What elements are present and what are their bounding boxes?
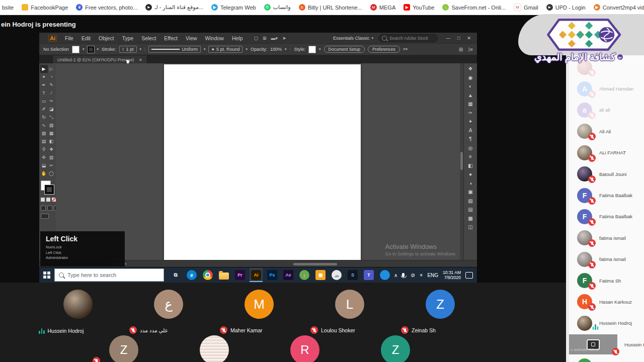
menu-object[interactable]: Object [95, 35, 118, 41]
menu-view[interactable]: View [182, 35, 201, 41]
character-icon[interactable]: A [469, 128, 472, 133]
artboard[interactable] [164, 64, 361, 260]
symbol-sprayer-tool[interactable]: ✣ [40, 153, 48, 161]
line-tool[interactable]: ∕ [48, 89, 55, 97]
symbols-icon[interactable]: ✦ [468, 119, 472, 124]
artboards-icon[interactable]: ▤ [468, 207, 472, 212]
start-button[interactable] [39, 267, 54, 283]
participant-row[interactable]: AAhmad Hamdan [569, 78, 644, 99]
slice-tool[interactable]: ✂ [48, 161, 55, 169]
menu-window[interactable]: Window [201, 35, 228, 41]
participant-row[interactable]: FFatima Baalbak [569, 206, 644, 227]
participant-row[interactable]: Ali Ali [569, 121, 644, 142]
color-guide-icon[interactable]: ▲ [468, 93, 473, 98]
bookmark-item[interactable]: ▶Convert2mp4 video... [594, 4, 644, 11]
cloud-app-icon[interactable]: ☁ [330, 268, 343, 282]
arrange-documents-icon[interactable]: ⊞ [263, 36, 267, 41]
gradient-icon[interactable]: ◧ [468, 163, 472, 168]
layers-icon[interactable]: ❖ [468, 66, 473, 71]
volume-muted-icon[interactable]: ✕ [420, 273, 423, 278]
shaper-tool[interactable]: ✐ [40, 105, 48, 113]
participant-row[interactable]: fatima ismail [569, 249, 644, 270]
bookmark-item[interactable]: ↓SaveFrom.net - Onli... [442, 4, 506, 11]
video-tile[interactable]: Hussein Hodroj [33, 287, 123, 335]
pen-tool[interactable]: ✒ [40, 81, 48, 89]
vertical-scrollbar[interactable] [460, 63, 463, 260]
stroke-weight-input[interactable]: ▲▼ 1 pt [119, 46, 137, 53]
video-tile[interactable]: LLoulou Shoker [304, 287, 395, 335]
bookmark-item[interactable]: ♛Free vectors, photo... [76, 4, 137, 11]
bookmark-item[interactable]: MGmail [514, 4, 538, 11]
stroke-swatch[interactable] [88, 46, 94, 53]
type-tool[interactable]: T [40, 89, 48, 97]
taskbar-clock[interactable]: 10:31 AM 7/9/2020 [443, 270, 461, 280]
grid-icon[interactable]: ⊞ [459, 47, 463, 52]
notification-center-icon[interactable] [465, 272, 473, 279]
bookmark-item[interactable]: ►موقع قناة المنار - لـ... [145, 4, 203, 11]
libraries-icon[interactable]: ◉ [468, 75, 473, 80]
stroke-color-swatch[interactable] [45, 185, 54, 194]
column-graph-tool[interactable]: ▥ [48, 153, 55, 161]
screen-mode-icon[interactable]: ▬▾ [271, 36, 278, 41]
restore-button[interactable]: □ [454, 36, 463, 41]
dark-app-icon[interactable]: S [346, 268, 359, 282]
document-tab[interactable]: Untitled-2 @ 61% (CMYK/GPU Preview) ✕ [52, 55, 147, 64]
lasso-tool[interactable]: ◔ [48, 73, 55, 81]
edge-icon[interactable]: e [185, 268, 198, 282]
participant-row[interactable]: ALi FARHAT [569, 142, 644, 163]
bookmark-item[interactable]: FacebookPage [22, 4, 68, 11]
width-tool[interactable]: ∿ [40, 121, 48, 129]
network-icon[interactable]: ⊘ [411, 273, 415, 278]
participant-avatar[interactable]: Z [109, 335, 138, 362]
magic-wand-tool[interactable]: ✦ [40, 73, 48, 81]
graphic-styles-icon[interactable]: ▣ [468, 189, 472, 195]
menu-effect[interactable]: Effect [160, 35, 182, 41]
language-indicator[interactable]: ENG [427, 273, 438, 278]
dock-icon[interactable]: ▢ [254, 36, 259, 41]
align-icon[interactable]: ▩ [468, 216, 472, 221]
brushes-icon[interactable]: ✑ [468, 110, 472, 116]
workspace-switcher[interactable]: Essentials Classic▾ [333, 36, 373, 41]
taskbar-search-input[interactable]: Type here to search [54, 268, 164, 282]
gradient-button[interactable] [46, 198, 50, 202]
minimize-button[interactable]: — [443, 36, 453, 41]
task-view-icon[interactable]: ⧉ [169, 268, 182, 282]
close-button[interactable]: ✕ [464, 36, 474, 41]
idm-icon[interactable]: ↓ [298, 268, 311, 282]
share-icon[interactable]: ➤ [282, 36, 286, 41]
video-tile[interactable]: ععلي مدد مدد [123, 287, 214, 335]
participant-row[interactable]: Batoull Jouni [569, 163, 644, 185]
premiere-icon[interactable]: Pr [233, 268, 247, 282]
participant-avatar[interactable] [200, 335, 229, 362]
tray-expand-icon[interactable]: ∧ [394, 273, 397, 278]
stroke-icon[interactable]: ≡ [469, 154, 472, 159]
swatches-icon[interactable]: ▦ [468, 101, 472, 107]
file-explorer-icon[interactable] [217, 268, 230, 282]
links-icon[interactable]: ▧ [468, 198, 472, 204]
color-icon[interactable]: ◐ [469, 83, 472, 89]
participant-avatar[interactable]: R [290, 335, 319, 362]
mesh-tool[interactable]: ▤ [40, 137, 48, 145]
menu-edit[interactable]: Edit [77, 35, 95, 41]
hand-tool[interactable]: ✋ [40, 169, 48, 177]
chrome-icon[interactable] [201, 268, 214, 282]
paragraph-icon[interactable]: ¶ [469, 136, 471, 142]
participant-row[interactable]: aali ali [569, 100, 644, 121]
collapse-panel-icon[interactable]: ⟩≡ [468, 47, 473, 52]
blend-tool[interactable]: ❖ [48, 145, 55, 153]
horizontal-scrollbar[interactable] [293, 263, 337, 265]
bookmark-item[interactable]: ►UPD - Login [546, 4, 586, 11]
rectangle-tool[interactable]: ▭ [40, 97, 48, 105]
selection-tool[interactable]: ▶ [40, 65, 48, 73]
color-button[interactable] [41, 198, 45, 202]
eraser-tool[interactable]: ◪ [48, 105, 55, 113]
participant-row[interactable]: FFatima Sh [569, 270, 644, 291]
style-swatch[interactable] [308, 46, 316, 53]
scale-tool[interactable]: ⤡ [48, 113, 55, 121]
opacity-value[interactable]: 100% [270, 47, 282, 52]
bookmark-item[interactable]: ✆واتساب [264, 4, 291, 11]
menu-help[interactable]: Help [228, 35, 247, 41]
bookmark-item[interactable]: bsite [2, 5, 14, 11]
video-tile[interactable]: ZZeinab Sh [395, 287, 486, 335]
paintbrush-tool[interactable]: ✑ [48, 97, 55, 105]
